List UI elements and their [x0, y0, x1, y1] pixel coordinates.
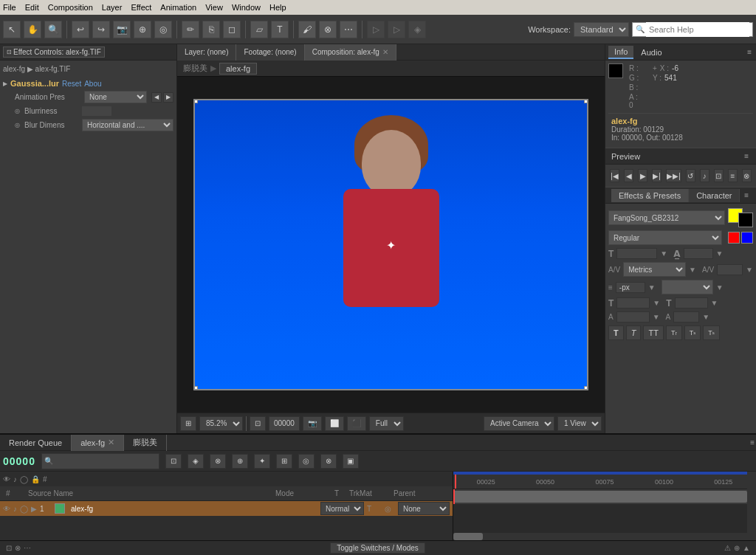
- prev-opt1[interactable]: ⊡: [714, 169, 724, 182]
- menu-animation[interactable]: Animation: [160, 3, 196, 12]
- menu-layer[interactable]: Layer: [102, 3, 123, 12]
- prev-opt2[interactable]: ≡: [728, 169, 738, 182]
- timeline-search[interactable]: [55, 454, 158, 469]
- comp-color-btn[interactable]: ⬛: [347, 416, 366, 431]
- animation-pres-select[interactable]: None: [84, 91, 147, 103]
- tool-camera[interactable]: 📷: [113, 21, 131, 38]
- layer-parent-select[interactable]: None: [398, 502, 450, 515]
- comp-grid-btn[interactable]: ⊞: [180, 416, 196, 431]
- layer-t-icon[interactable]: T: [367, 505, 382, 513]
- prev-audio[interactable]: ♪: [700, 169, 709, 182]
- fmt-TT[interactable]: TT: [643, 325, 663, 340]
- comp-time-btn[interactable]: 00000: [269, 416, 300, 431]
- style-select[interactable]: Regular: [608, 230, 722, 245]
- tool-clone[interactable]: ⎘: [202, 21, 220, 38]
- tool-extra3[interactable]: ▷: [388, 21, 405, 38]
- status-icon-3[interactable]: ⋯: [24, 544, 31, 552]
- tool-extra4[interactable]: ◈: [408, 21, 426, 38]
- tracking-v-dropdown[interactable]: ▼: [746, 266, 753, 274]
- tool-zoom[interactable]: 🔍: [44, 21, 62, 38]
- tool-hand[interactable]: ✋: [24, 21, 41, 38]
- fmt-T-super[interactable]: Ts: [684, 325, 701, 340]
- fx-toggle[interactable]: ▶: [3, 80, 7, 87]
- tl-adjust-btn[interactable]: ⊗: [320, 454, 337, 469]
- tab-info[interactable]: Info: [608, 46, 633, 59]
- blur-dimens-select[interactable]: Horizontal and ....: [82, 119, 173, 131]
- tracking-value-input[interactable]: 70: [717, 264, 743, 275]
- layer-expand[interactable]: ▶: [31, 505, 37, 513]
- scale-v-input[interactable]: 100%: [675, 297, 708, 308]
- layer-eye[interactable]: 👁: [3, 505, 10, 513]
- workspace-select[interactable]: Standard: [574, 22, 629, 37]
- timeline-menu-btn[interactable]: ≡: [749, 438, 756, 447]
- tool-anchor[interactable]: ◎: [154, 21, 172, 38]
- views-select[interactable]: 1 View: [557, 416, 602, 431]
- tl-frame-btn[interactable]: ⊞: [276, 454, 292, 469]
- playhead[interactable]: [455, 475, 456, 489]
- tab-composition-close[interactable]: ✕: [382, 48, 388, 56]
- layer-switches-icon[interactable]: ◎: [385, 505, 395, 513]
- layer-mode-select[interactable]: Normal: [320, 502, 364, 515]
- tab-mopuo[interactable]: 膨脱美: [124, 435, 167, 451]
- preview-menu-btn[interactable]: ≡: [743, 152, 750, 160]
- scale-h-input[interactable]: 100%: [616, 297, 650, 308]
- tool-stamp[interactable]: ⊗: [319, 21, 337, 38]
- zoom-select[interactable]: 85.2%: [199, 416, 243, 431]
- menu-help[interactable]: Help: [269, 3, 286, 12]
- menu-edit[interactable]: Edit: [25, 3, 39, 12]
- ep-menu-btn[interactable]: ≡: [743, 191, 750, 199]
- ctrl-label[interactable]: #: [43, 475, 47, 483]
- toggle-switches-btn[interactable]: Toggle Switches / Modes: [330, 542, 425, 554]
- menu-window[interactable]: Window: [232, 3, 261, 12]
- handle-tr[interactable]: [584, 99, 588, 103]
- breadcrumb-prev[interactable]: 膨脱美: [183, 63, 207, 74]
- blur-dimens-toggle[interactable]: ◎: [15, 122, 20, 128]
- menu-view[interactable]: View: [205, 3, 223, 12]
- baseline-input[interactable]: 0px: [616, 311, 650, 323]
- time-ruler[interactable]: 00025 00050 00075 00100 00125: [453, 475, 756, 489]
- tool-arrow[interactable]: ↖: [3, 21, 21, 38]
- font-select[interactable]: FangSong_GB2312: [608, 210, 725, 225]
- tl-quality-btn[interactable]: ⊕: [232, 454, 248, 469]
- status-icon-info[interactable]: ▲: [743, 544, 750, 552]
- tab-audio[interactable]: Audio: [635, 46, 667, 58]
- tab-footage[interactable]: Footage: (none): [236, 44, 304, 61]
- baseline-dropdown[interactable]: ▼: [653, 313, 660, 321]
- lang-dropdown[interactable]: ▼: [716, 283, 724, 292]
- fx-nav-next[interactable]: ▶: [163, 92, 173, 103]
- tab-character[interactable]: Character: [689, 189, 740, 202]
- scrollbar-thumb[interactable]: [453, 533, 483, 540]
- tab-layer[interactable]: Layer: (none): [177, 44, 236, 61]
- color-blue[interactable]: [741, 232, 753, 244]
- tool-eraser[interactable]: ◻: [223, 21, 241, 38]
- tool-position[interactable]: ⊕: [134, 21, 151, 38]
- breadcrumb-current[interactable]: alex-fg: [219, 63, 257, 75]
- tab-render-queue[interactable]: Render Queue: [0, 435, 72, 451]
- leading-dropdown[interactable]: ▼: [716, 249, 724, 258]
- tl-comp-btn[interactable]: ⊡: [165, 454, 182, 469]
- tool-extra2[interactable]: ▷: [367, 21, 385, 38]
- search-input[interactable]: [646, 22, 749, 37]
- tool-undo[interactable]: ↩: [72, 21, 89, 38]
- tl-motion-btn[interactable]: ◎: [298, 454, 315, 469]
- status-icon-settings[interactable]: ⊕: [734, 544, 740, 552]
- timecode-display[interactable]: 00000: [3, 455, 35, 467]
- tool-shapes[interactable]: ▱: [250, 21, 268, 38]
- tl-hide-btn[interactable]: ⊗: [210, 454, 226, 469]
- tool-text[interactable]: T: [271, 21, 289, 38]
- tracking-type-select[interactable]: Metrics: [623, 262, 686, 277]
- prev-back[interactable]: ◀: [624, 169, 633, 182]
- tl-solo-btn[interactable]: ◈: [188, 454, 204, 469]
- tab-composition[interactable]: Composition: alex-fg ✕: [305, 44, 396, 61]
- tsume-input[interactable]: 0%: [673, 311, 699, 323]
- size-dropdown-icon[interactable]: ▼: [660, 249, 667, 258]
- lang-select[interactable]: [662, 280, 713, 294]
- tsume-dropdown[interactable]: ▼: [702, 313, 709, 321]
- menu-composition[interactable]: Composition: [48, 3, 93, 12]
- prev-loop[interactable]: ↺: [686, 169, 695, 182]
- status-icon-2[interactable]: ⊗: [15, 544, 21, 552]
- prev-play[interactable]: ▶: [638, 169, 647, 182]
- font-size-input[interactable]: 43px: [616, 248, 657, 259]
- ctrl-audio[interactable]: ♪: [13, 475, 17, 483]
- comp-alpha-btn[interactable]: ⬜: [325, 416, 344, 431]
